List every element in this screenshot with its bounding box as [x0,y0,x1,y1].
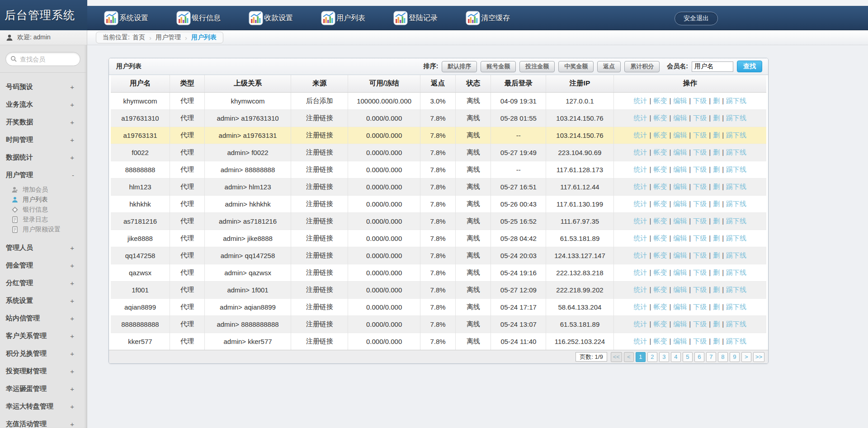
action-4[interactable]: 删 [713,114,720,122]
breadcrumb-item-0[interactable]: 首页 [132,33,145,42]
sidebar-group-5[interactable]: 用户管理 - [0,166,87,184]
action-4[interactable]: 删 [713,148,720,156]
action-1[interactable]: 帐变 [653,165,667,173]
action-2[interactable]: 编辑 [673,217,687,225]
action-2[interactable]: 编辑 [673,303,687,310]
topnav-item-1[interactable]: 银行信息 [176,11,221,25]
page-button-3[interactable]: 2 [647,352,657,362]
action-3[interactable]: 下级 [693,217,707,225]
action-5[interactable]: 踢下线 [726,320,746,328]
action-4[interactable]: 删 [713,97,720,104]
action-3[interactable]: 下级 [693,303,707,310]
page-button-7[interactable]: 6 [694,352,704,362]
action-0[interactable]: 统计 [634,200,647,207]
topnav-item-3[interactable]: 用户列表 [321,11,365,25]
action-1[interactable]: 帐变 [653,320,667,328]
action-4[interactable]: 删 [713,234,720,242]
action-4[interactable]: 删 [713,183,720,190]
action-3[interactable]: 下级 [693,286,707,293]
sidebar-group-16[interactable]: 充值活动管理 + [0,415,87,428]
action-1[interactable]: 帐变 [653,303,667,310]
action-3[interactable]: 下级 [693,165,707,173]
action-0[interactable]: 统计 [634,165,647,173]
action-4[interactable]: 删 [713,268,720,276]
logout-button[interactable]: 安全退出 [675,12,718,25]
sidebar-group-8[interactable]: 分红管理 + [0,274,87,292]
action-5[interactable]: 踢下线 [726,148,746,156]
action-0[interactable]: 统计 [634,303,647,310]
page-button-11[interactable]: > [741,352,751,362]
sort-button-2[interactable]: 投注金额 [519,61,555,72]
action-2[interactable]: 编辑 [673,320,687,328]
action-1[interactable]: 帐变 [653,183,667,190]
action-2[interactable]: 编辑 [673,183,687,190]
action-1[interactable]: 帐变 [653,268,667,276]
sidebar-group-1[interactable]: 业务流水 + [0,96,87,113]
action-0[interactable]: 统计 [634,148,647,156]
action-2[interactable]: 编辑 [673,97,687,104]
member-search-input[interactable] [20,56,74,63]
topnav-item-4[interactable]: 登陆记录 [393,11,438,25]
page-button-8[interactable]: 7 [706,352,716,362]
action-2[interactable]: 编辑 [673,114,687,122]
action-3[interactable]: 下级 [693,97,707,104]
action-2[interactable]: 编辑 [673,268,687,276]
sidebar-subitem-4[interactable]: 用户限额设置 [0,225,87,235]
action-1[interactable]: 帐变 [653,200,667,207]
action-2[interactable]: 编辑 [673,251,687,259]
action-4[interactable]: 删 [713,217,720,225]
action-3[interactable]: 下级 [693,200,707,207]
sidebar-group-15[interactable]: 幸运大转盘管理 + [0,398,87,415]
action-2[interactable]: 编辑 [673,131,687,139]
action-5[interactable]: 踢下线 [726,234,746,242]
page-button-2[interactable]: 1 [636,352,646,362]
page-button-4[interactable]: 3 [659,352,669,362]
action-3[interactable]: 下级 [693,148,707,156]
sort-button-1[interactable]: 账号金额 [481,61,516,72]
action-0[interactable]: 统计 [634,251,647,259]
sidebar-group-13[interactable]: 投资理财管理 + [0,362,87,380]
action-2[interactable]: 编辑 [673,148,687,156]
action-0[interactable]: 统计 [634,286,647,293]
page-button-6[interactable]: 5 [683,352,693,362]
action-5[interactable]: 踢下线 [726,97,746,104]
action-0[interactable]: 统计 [634,234,647,242]
action-5[interactable]: 踢下线 [726,200,746,207]
action-5[interactable]: 踢下线 [726,286,746,293]
action-1[interactable]: 帐变 [653,148,667,156]
action-1[interactable]: 帐变 [653,131,667,139]
action-3[interactable]: 下级 [693,337,707,345]
action-5[interactable]: 踢下线 [726,251,746,259]
page-button-9[interactable]: 8 [718,352,728,362]
sidebar-group-3[interactable]: 时间管理 + [0,131,87,149]
member-name-input[interactable] [692,61,733,72]
action-4[interactable]: 删 [713,337,720,345]
sidebar-group-14[interactable]: 幸运砸蛋管理 + [0,380,87,398]
action-3[interactable]: 下级 [693,114,707,122]
sidebar-group-11[interactable]: 客户关系管理 + [0,327,87,345]
sort-button-4[interactable]: 返点 [597,61,621,72]
action-1[interactable]: 帐变 [653,234,667,242]
action-5[interactable]: 踢下线 [726,217,746,225]
sidebar-subitem-3[interactable]: 登录日志 [0,215,87,225]
page-button-5[interactable]: 4 [671,352,681,362]
action-4[interactable]: 删 [713,286,720,293]
action-5[interactable]: 踢下线 [726,337,746,345]
page-button-12[interactable]: >> [753,352,764,362]
sidebar-subitem-2[interactable]: 银行信息 [0,205,87,215]
action-5[interactable]: 踢下线 [726,268,746,276]
topnav-item-0[interactable]: 系统设置 [104,11,148,25]
action-1[interactable]: 帐变 [653,337,667,345]
action-3[interactable]: 下级 [693,183,707,190]
sidebar-group-0[interactable]: 号码预设 + [0,78,87,96]
topnav-item-2[interactable]: 收款设置 [249,11,293,25]
action-1[interactable]: 帐变 [653,251,667,259]
sidebar-subitem-0[interactable]: 增加会员 [0,185,87,195]
action-0[interactable]: 统计 [634,217,647,225]
sort-button-3[interactable]: 中奖金额 [558,61,594,72]
action-3[interactable]: 下级 [693,251,707,259]
sidebar-group-2[interactable]: 开奖数据 + [0,113,87,131]
sidebar-group-12[interactable]: 积分兑换管理 + [0,345,87,362]
sort-button-0[interactable]: 默认排序 [442,61,477,72]
action-0[interactable]: 统计 [634,320,647,328]
